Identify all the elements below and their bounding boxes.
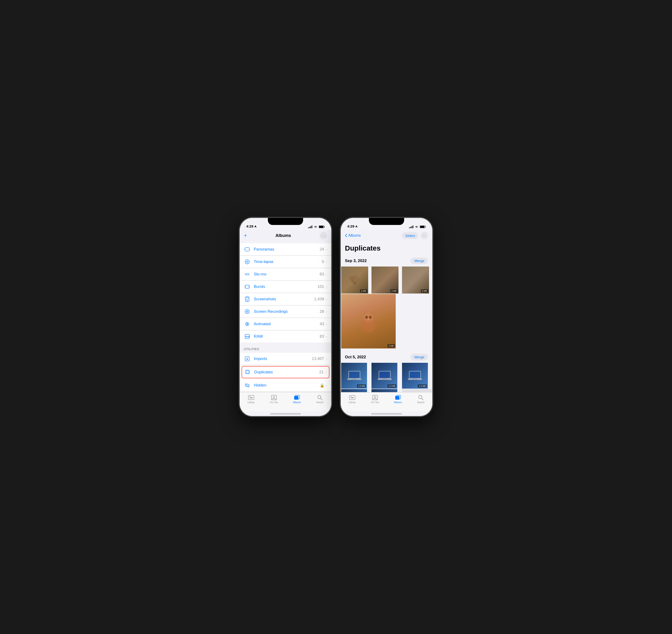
select-button[interactable]: Select [402, 232, 418, 239]
raw-count: 83 [320, 334, 324, 339]
tab-library-1[interactable]: Library [240, 394, 263, 404]
utilities-list: Imports 13,407 › Duplicates 21 › [240, 353, 331, 392]
list-item-animated[interactable]: Animated 43 › [240, 318, 331, 331]
photo-mushroom-1[interactable]: 2 MB [341, 267, 368, 294]
svg-point-53 [349, 276, 356, 281]
svg-point-21 [247, 300, 248, 301]
add-button[interactable]: + [244, 233, 247, 239]
date-label-sep: Sep 3, 2022 [345, 259, 367, 263]
list-item-raw[interactable]: RAW RAW 83 › [240, 331, 331, 343]
svg-point-39 [250, 396, 251, 397]
search-tab-icon-2 [418, 395, 424, 400]
svg-rect-33 [245, 370, 249, 373]
photo-laptop-2[interactable]: 2.3 MB [371, 363, 397, 389]
svg-rect-17 [245, 285, 249, 288]
photo-mushroom-2[interactable]: 2 MB [371, 267, 398, 294]
screen-recordings-icon [244, 308, 251, 315]
list-item-screenshots[interactable]: Screenshots 1,439 › [240, 293, 331, 306]
panoramas-icon [244, 246, 251, 253]
tab-search-1[interactable]: Search [308, 394, 331, 404]
svg-rect-22 [246, 297, 248, 300]
svg-rect-2 [319, 226, 323, 228]
kitten-art [357, 307, 380, 335]
list-item-timelapse[interactable]: Time-lapse 5 › [240, 256, 331, 268]
tab-library-2[interactable]: Library [341, 394, 364, 404]
photo-laptop-5[interactable]: 2.3 MB [371, 389, 397, 392]
svg-rect-62 [349, 371, 360, 378]
duplicates-label: Duplicates [254, 370, 319, 374]
tab-search-label-2: Search [417, 401, 424, 404]
empty-cell [402, 389, 432, 392]
list-item-bursts[interactable]: Bursts 101 › [240, 281, 331, 293]
imports-count: 13,407 [312, 357, 324, 361]
tab-foryou-1[interactable]: For You [263, 394, 286, 404]
status-time-1: 4:29 [246, 224, 257, 228]
timelapse-label: Time-lapse [254, 260, 322, 264]
list-item-slomo[interactable]: Slo-mo 63 › [240, 268, 331, 281]
back-chevron-icon [345, 234, 347, 237]
tab-albums-1[interactable]: Albums [285, 394, 308, 404]
more-button-2[interactable]: ··· [421, 232, 428, 239]
back-button[interactable]: Albums [345, 234, 361, 238]
photo-mushroom-3[interactable]: 2 MB [402, 267, 429, 294]
merge-button-sep[interactable]: Merge [411, 258, 428, 264]
nav-bar-2: Albums Select ··· [341, 230, 432, 241]
tab-bar-2: Library For You Albums [341, 392, 432, 411]
bursts-label: Bursts [254, 284, 318, 289]
list-item-hidden[interactable]: Hidden 🔒 › [240, 379, 331, 392]
bursts-icon [244, 284, 251, 290]
albums-scroll[interactable]: Panoramas 24 › [240, 241, 331, 392]
library-tab-icon [248, 395, 254, 400]
phone-2: 4:29 [341, 218, 432, 416]
svg-line-12 [245, 274, 246, 275]
svg-marker-57 [371, 310, 374, 314]
tab-foryou-2[interactable]: For You [364, 394, 387, 404]
tab-foryou-label-2: For You [371, 401, 379, 404]
photo-laptop-3[interactable]: 2.3 MB [402, 363, 428, 389]
date-group-oct: Oct 5, 2022 Merge 2.3 MB [341, 350, 432, 392]
chevron-icon: › [326, 384, 327, 387]
screen-recordings-label: Screen Recordings [254, 309, 320, 314]
svg-point-59 [369, 316, 371, 319]
photo-size-badge-kitten: 2 MB [388, 344, 395, 347]
foryou-tab-icon-2 [372, 395, 378, 400]
chevron-icon: › [326, 260, 327, 264]
duplicates-count: 21 [319, 370, 324, 374]
photo-laptop-4[interactable]: 2.3 MB [341, 389, 367, 392]
more-button-1[interactable]: ··· [320, 232, 327, 239]
list-item-duplicates[interactable]: Duplicates 21 › [241, 366, 329, 378]
list-item-panoramas[interactable]: Panoramas 24 › [240, 243, 331, 256]
photo-kitten[interactable]: 2 MB [341, 294, 396, 348]
search-tab-icon [317, 395, 323, 400]
list-item-screen-recordings[interactable]: Screen Recordings 28 › [240, 306, 331, 318]
raw-label: RAW [254, 334, 320, 339]
screenshots-icon [244, 296, 251, 302]
imports-label: Imports [254, 357, 312, 361]
photo-laptop-1[interactable]: 2.3 MB [341, 363, 367, 389]
signal-icon [308, 225, 312, 228]
photo-grid-sep: 2 MB 2 MB 2 MB [341, 267, 432, 348]
svg-rect-49 [425, 226, 426, 227]
home-bar-1 [270, 413, 301, 414]
screen-recordings-count: 28 [320, 309, 324, 314]
svg-point-41 [273, 396, 275, 398]
tab-search-2[interactable]: Search [410, 394, 433, 404]
svg-rect-70 [410, 371, 420, 378]
tab-albums-label-1: Albums [293, 401, 301, 404]
svg-rect-20 [245, 297, 249, 301]
duplicates-scroll[interactable]: Sep 3, 2022 Merge 2 MB [341, 254, 432, 392]
svg-line-88 [421, 398, 423, 400]
merge-button-oct[interactable]: Merge [411, 353, 428, 361]
animated-icon [244, 321, 251, 327]
list-item-imports[interactable]: Imports 13,407 › [240, 353, 331, 365]
tab-albums-2[interactable]: Albums [387, 394, 410, 404]
svg-rect-48 [420, 226, 424, 228]
albums-tab-icon-2 [395, 395, 401, 400]
svg-line-11 [245, 273, 246, 274]
media-types-list: Panoramas 24 › [240, 243, 331, 343]
svg-rect-38 [248, 395, 254, 400]
bursts-count: 101 [318, 284, 324, 289]
photo-size-badge-l2: 2.3 MB [388, 384, 397, 388]
slomo-count: 63 [320, 272, 324, 276]
nav-bar-1: + Albums ··· [240, 230, 331, 241]
